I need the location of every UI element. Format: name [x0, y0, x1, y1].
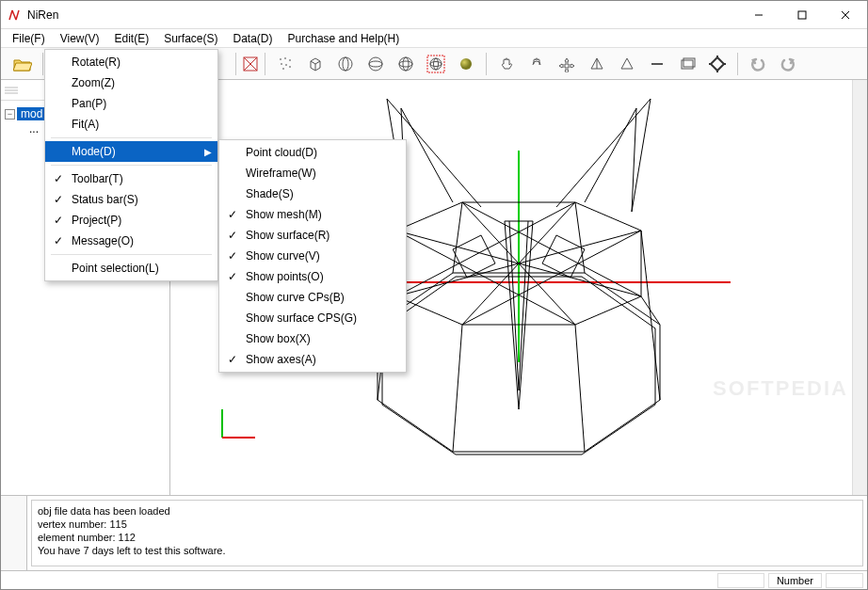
svg-line-40 — [641, 231, 660, 400]
menu-item-mode[interactable]: Mode(D)▶ — [45, 141, 217, 162]
check-icon: ✓ — [227, 270, 238, 283]
menu-item-showbox[interactable]: Show box(X) — [219, 328, 406, 349]
sphere-full-icon[interactable] — [394, 52, 418, 76]
view-menu-popup: Rotate(R) Zoom(Z) Pan(P) Fit(A) Mode(D)▶… — [44, 49, 218, 281]
svg-point-12 — [289, 66, 291, 68]
svg-point-11 — [285, 64, 287, 66]
app-icon — [7, 8, 22, 23]
menu-item-shade[interactable]: Shade(S) — [219, 183, 406, 204]
menu-item-pan[interactable]: Pan(P) — [45, 93, 217, 114]
status-empty-cell — [717, 573, 764, 588]
svg-point-25 — [460, 58, 472, 70]
mode-submenu-popup: Point cloud(D) Wireframe(W) Shade(S) ✓Sh… — [218, 139, 407, 373]
pointcloud-mode-icon[interactable] — [273, 52, 297, 76]
menu-edit[interactable]: Edit(E) — [106, 30, 156, 47]
menu-item-pointselection[interactable]: Point selection(L) — [45, 258, 217, 279]
minimize-button[interactable] — [737, 1, 780, 29]
check-icon: ✓ — [227, 353, 238, 366]
menu-item-showmesh[interactable]: ✓Show mesh(M) — [219, 204, 406, 225]
menu-item-pointcloud[interactable]: Point cloud(D) — [219, 142, 406, 163]
menu-item-message[interactable]: ✓Message(O) — [45, 231, 217, 251]
svg-line-42 — [575, 325, 585, 452]
submenu-arrow-icon: ▶ — [204, 147, 212, 157]
check-icon: ✓ — [227, 229, 238, 242]
check-icon: ✓ — [227, 249, 238, 263]
shaded-sphere-icon[interactable] — [454, 52, 478, 76]
wireframe-cube-icon[interactable] — [303, 52, 328, 76]
message-gutter — [1, 496, 27, 570]
menu-item-fit[interactable]: Fit(A) — [45, 114, 217, 135]
box-icon[interactable] — [675, 52, 699, 76]
menu-data[interactable]: Data(D) — [226, 30, 281, 47]
line-icon[interactable] — [645, 52, 669, 76]
menu-view[interactable]: View(V) — [53, 30, 107, 47]
pan-hand-icon[interactable] — [494, 52, 519, 76]
svg-point-20 — [403, 57, 409, 71]
message-log[interactable]: obj file data has been loaded vertex num… — [31, 500, 863, 566]
menu-item-showsurface[interactable]: ✓Show surface(R) — [219, 225, 406, 246]
menu-item-zoom[interactable]: Zoom(Z) — [45, 72, 217, 93]
titlebar: NiRen — [1, 1, 867, 29]
viewport-scrollbar[interactable] — [852, 80, 867, 495]
pyramid-outline-icon[interactable] — [615, 52, 639, 76]
menu-item-toolbar[interactable]: ✓Toolbar(T) — [45, 168, 217, 189]
menu-item-rotate[interactable]: Rotate(R) — [45, 52, 217, 72]
svg-point-7 — [280, 58, 281, 60]
menu-item-showcurve[interactable]: ✓Show curve(V) — [219, 246, 406, 266]
menu-item-wireframe[interactable]: Wireframe(W) — [219, 163, 406, 183]
tree-root-label[interactable]: mod — [17, 107, 46, 120]
select-none-icon[interactable] — [238, 52, 263, 76]
menu-item-showcurvecps[interactable]: Show curve CPs(B) — [219, 287, 406, 308]
menu-item-showaxes[interactable]: ✓Show axes(A) — [219, 349, 406, 370]
zoom-hand-icon[interactable] — [555, 52, 579, 76]
menu-item-statusbar[interactable]: ✓Status bar(S) — [45, 189, 217, 210]
tree-child-label[interactable]: ... — [25, 122, 42, 136]
svg-point-15 — [343, 57, 348, 71]
undo-button[interactable] — [746, 52, 770, 76]
message-panel: obj file data has been loaded vertex num… — [1, 495, 867, 570]
svg-point-24 — [434, 58, 439, 70]
svg-point-9 — [289, 59, 291, 61]
sphere-select-icon[interactable] — [424, 52, 448, 76]
status-value-cell — [826, 573, 863, 588]
svg-point-14 — [339, 57, 352, 71]
svg-point-17 — [369, 61, 382, 67]
pyramid-solid-icon[interactable] — [585, 52, 609, 76]
svg-point-22 — [430, 58, 442, 70]
svg-rect-1 — [798, 11, 806, 19]
rotate-hand-icon[interactable] — [524, 52, 549, 76]
svg-point-8 — [284, 57, 286, 59]
check-icon: ✓ — [53, 193, 64, 206]
svg-point-16 — [369, 57, 382, 71]
svg-point-13 — [282, 68, 284, 70]
svg-point-10 — [281, 63, 282, 65]
menu-help[interactable]: Purchase and Help(H) — [281, 30, 408, 47]
menu-file[interactable]: File(F) — [5, 30, 53, 47]
close-button[interactable] — [824, 1, 867, 29]
menu-item-showpoints[interactable]: ✓Show points(O) — [219, 266, 406, 287]
check-icon: ✓ — [53, 214, 64, 227]
app-title: NiRen — [27, 8, 58, 22]
check-icon: ✓ — [227, 208, 238, 221]
svg-line-41 — [453, 325, 462, 452]
svg-point-23 — [430, 61, 442, 66]
sidebar-gripper-icon — [5, 85, 18, 96]
menu-item-showsurfacecps[interactable]: Show surface CPS(G) — [219, 308, 406, 328]
sphere-lat-icon[interactable] — [363, 52, 388, 76]
app-window: NiRen File(F) View(V) Edit(E) Surface(S)… — [0, 0, 868, 590]
tree-collapse-icon[interactable]: − — [5, 109, 15, 120]
maximize-button[interactable] — [780, 1, 824, 29]
axes-icon[interactable] — [705, 52, 730, 76]
sphere-lon-icon[interactable] — [333, 52, 358, 76]
check-icon: ✓ — [53, 172, 64, 185]
status-number-cell: Number — [768, 573, 822, 588]
menu-item-project[interactable]: ✓Project(P) — [45, 210, 217, 231]
menu-surface[interactable]: Surface(S) — [156, 30, 225, 47]
menubar: File(F) View(V) Edit(E) Surface(S) Data(… — [1, 29, 867, 48]
open-button[interactable] — [10, 52, 35, 76]
statusbar: Number — [1, 570, 867, 589]
watermark: SOFTPEDIA — [713, 376, 848, 401]
redo-button[interactable] — [776, 52, 800, 76]
svg-point-18 — [399, 57, 412, 71]
svg-point-19 — [399, 61, 412, 67]
